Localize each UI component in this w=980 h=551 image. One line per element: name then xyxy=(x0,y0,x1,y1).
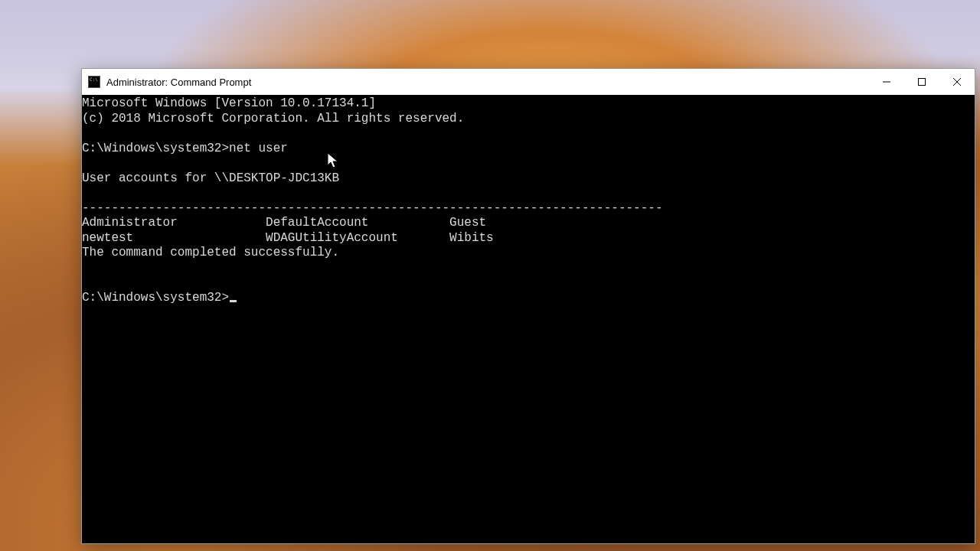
window-controls xyxy=(869,69,975,95)
minimize-button[interactable] xyxy=(869,69,904,95)
terminal-prompt: C:\Windows\system32> xyxy=(82,291,229,305)
maximize-icon xyxy=(918,78,926,86)
maximize-button[interactable] xyxy=(904,69,939,95)
terminal-line: (c) 2018 Microsoft Corporation. All righ… xyxy=(82,112,464,126)
svg-rect-0 xyxy=(919,79,926,86)
terminal-divider: ----------------------------------------… xyxy=(82,201,663,215)
terminal-line: User accounts for \\DESKTOP-JDC13KB xyxy=(82,171,339,185)
terminal-line: Microsoft Windows [Version 10.0.17134.1] xyxy=(82,96,376,110)
terminal-prompt: C:\Windows\system32> xyxy=(82,142,229,155)
desktop-wallpaper: Administrator: Command Prompt Microsoft … xyxy=(0,0,980,551)
terminal-row: newtest WDAGUtilityAccount Wibits xyxy=(82,231,494,245)
terminal-cursor xyxy=(230,300,237,302)
minimize-icon xyxy=(883,78,890,86)
terminal-line: The command completed successfully. xyxy=(82,246,339,259)
close-button[interactable] xyxy=(939,69,975,95)
window-titlebar[interactable]: Administrator: Command Prompt xyxy=(82,69,975,95)
cmd-icon xyxy=(88,76,100,88)
terminal-command: net user xyxy=(229,142,288,155)
window-title: Administrator: Command Prompt xyxy=(106,77,251,88)
terminal-output[interactable]: Microsoft Windows [Version 10.0.17134.1]… xyxy=(82,95,975,543)
close-icon xyxy=(953,78,961,86)
command-prompt-window: Administrator: Command Prompt Microsoft … xyxy=(81,68,975,544)
terminal-row: Administrator DefaultAccount Guest xyxy=(82,216,486,230)
